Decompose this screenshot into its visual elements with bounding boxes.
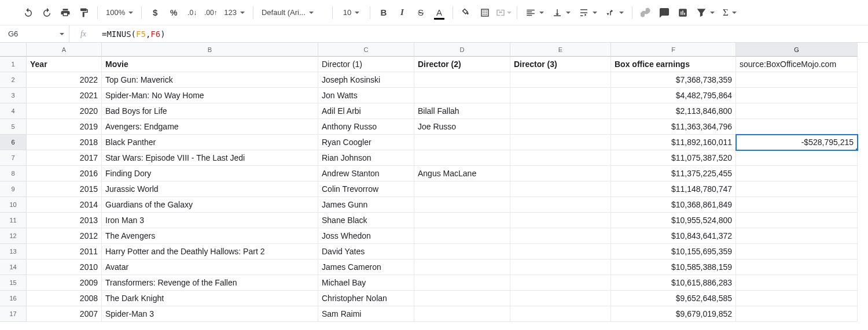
cell-B15[interactable]: Transformers: Revenge of the Fallen xyxy=(102,275,318,291)
cell-E9[interactable] xyxy=(510,181,611,197)
cell-B10[interactable]: Guardians of the Galaxy xyxy=(102,197,318,213)
cell-F4[interactable]: $2,113,846,800 xyxy=(611,103,736,119)
cell-C2[interactable]: Joseph Kosinski xyxy=(318,72,414,88)
cell-C6[interactable]: Ryan Coogler xyxy=(318,135,414,150)
cell-D16[interactable] xyxy=(414,291,510,306)
cell-A7[interactable]: 2017 xyxy=(27,150,102,166)
cell-E1[interactable]: Director (3) xyxy=(510,57,611,72)
cell-B12[interactable]: The Avengers xyxy=(102,228,318,244)
cell-C11[interactable]: Shane Black xyxy=(318,213,414,228)
cell-F6[interactable]: $11,892,160,011 xyxy=(611,135,736,150)
cell-B9[interactable]: Jurassic World xyxy=(102,181,318,197)
cell-F5[interactable]: $11,363,364,796 xyxy=(611,119,736,135)
row-header-16[interactable]: 16 xyxy=(0,291,27,306)
cell-A12[interactable]: 2012 xyxy=(27,228,102,244)
name-box[interactable]: G6 xyxy=(0,25,69,42)
fill-color-button[interactable] xyxy=(458,4,475,21)
cell-B16[interactable]: The Dark Knight xyxy=(102,291,318,306)
cell-F12[interactable]: $10,843,641,372 xyxy=(611,228,736,244)
formula-input[interactable]: =MINUS(F5, F6) xyxy=(97,25,868,42)
cell-G4[interactable] xyxy=(736,103,858,119)
cell-G14[interactable] xyxy=(736,259,858,275)
cell-G6[interactable]: -$528,795,215 xyxy=(736,135,858,150)
cell-G5[interactable] xyxy=(736,119,858,135)
cell-E15[interactable] xyxy=(510,275,611,291)
text-rotation-button[interactable] xyxy=(602,4,627,21)
cell-D3[interactable] xyxy=(414,88,510,103)
cell-B6[interactable]: Black Panther xyxy=(102,135,318,150)
row-header-12[interactable]: 12 xyxy=(0,228,27,244)
strikethrough-button[interactable]: S xyxy=(412,4,429,21)
cell-A11[interactable]: 2013 xyxy=(27,213,102,228)
cell-E12[interactable] xyxy=(510,228,611,244)
cell-F7[interactable]: $11,075,387,520 xyxy=(611,150,736,166)
redo-button[interactable] xyxy=(38,4,56,21)
row-header-8[interactable]: 8 xyxy=(0,166,27,181)
cell-D9[interactable] xyxy=(414,181,510,197)
cell-G13[interactable] xyxy=(736,244,858,259)
cell-C8[interactable]: Andrew Stanton xyxy=(318,166,414,181)
cell-D17[interactable] xyxy=(414,306,510,322)
cell-C14[interactable]: James Cameron xyxy=(318,259,414,275)
cell-D8[interactable]: Angus MacLane xyxy=(414,166,510,181)
cell-A16[interactable]: 2008 xyxy=(27,291,102,306)
cell-C1[interactable]: Director (1) xyxy=(318,57,414,72)
col-header-G[interactable]: G xyxy=(736,43,858,57)
col-header-F[interactable]: F xyxy=(611,43,736,57)
row-header-14[interactable]: 14 xyxy=(0,259,27,275)
cell-C17[interactable]: Sam Raimi xyxy=(318,306,414,322)
col-header-B[interactable]: B xyxy=(102,43,318,57)
cell-E3[interactable] xyxy=(510,88,611,103)
cell-A14[interactable]: 2010 xyxy=(27,259,102,275)
currency-button[interactable]: $ xyxy=(146,4,164,21)
zoom-dropdown[interactable]: 100% xyxy=(102,4,137,21)
cell-B1[interactable]: Movie xyxy=(102,57,318,72)
filter-button[interactable] xyxy=(693,4,718,21)
cell-D6[interactable] xyxy=(414,135,510,150)
cell-C12[interactable]: Joss Whedon xyxy=(318,228,414,244)
row-header-15[interactable]: 15 xyxy=(0,275,27,291)
cell-D4[interactable]: Bilall Fallah xyxy=(414,103,510,119)
bold-button[interactable]: B xyxy=(375,4,392,21)
cell-D2[interactable] xyxy=(414,72,510,88)
cell-C4[interactable]: Adil El Arbi xyxy=(318,103,414,119)
cell-A13[interactable]: 2011 xyxy=(27,244,102,259)
row-header-1[interactable]: 1 xyxy=(0,57,27,72)
italic-button[interactable]: I xyxy=(393,4,411,21)
cell-E7[interactable] xyxy=(510,150,611,166)
cell-C16[interactable]: Christopher Nolan xyxy=(318,291,414,306)
cell-E6[interactable] xyxy=(510,135,611,150)
cell-A8[interactable]: 2016 xyxy=(27,166,102,181)
increase-decimal-button[interactable]: .00↑ xyxy=(202,4,219,21)
cell-B8[interactable]: Finding Dory xyxy=(102,166,318,181)
cell-A5[interactable]: 2019 xyxy=(27,119,102,135)
cell-G8[interactable] xyxy=(736,166,858,181)
cell-B7[interactable]: Star Wars: Episode VIII - The Last Jedi xyxy=(102,150,318,166)
cell-A1[interactable]: Year xyxy=(27,57,102,72)
cell-G7[interactable] xyxy=(736,150,858,166)
cell-B2[interactable]: Top Gun: Maverick xyxy=(102,72,318,88)
cell-E13[interactable] xyxy=(510,244,611,259)
cell-D12[interactable] xyxy=(414,228,510,244)
text-color-button[interactable]: A xyxy=(431,4,448,21)
cell-A3[interactable]: 2021 xyxy=(27,88,102,103)
cell-D15[interactable] xyxy=(414,275,510,291)
row-header-3[interactable]: 3 xyxy=(0,88,27,103)
cell-G17[interactable] xyxy=(736,306,858,322)
cell-F1[interactable]: Box office earnings xyxy=(611,57,736,72)
cell-C10[interactable]: James Gunn xyxy=(318,197,414,213)
cell-B4[interactable]: Bad Boys for Life xyxy=(102,103,318,119)
cell-D5[interactable]: Joe Russo xyxy=(414,119,510,135)
cell-A10[interactable]: 2014 xyxy=(27,197,102,213)
merge-cells-button[interactable] xyxy=(495,4,512,21)
font-family-dropdown[interactable]: Default (Ari... xyxy=(258,4,328,21)
cell-E10[interactable] xyxy=(510,197,611,213)
undo-button[interactable] xyxy=(20,4,37,21)
cell-F15[interactable]: $10,615,886,283 xyxy=(611,275,736,291)
col-header-C[interactable]: C xyxy=(318,43,414,57)
cell-E17[interactable] xyxy=(510,306,611,322)
cell-C9[interactable]: Colin Trevorrow xyxy=(318,181,414,197)
cell-B14[interactable]: Avatar xyxy=(102,259,318,275)
cell-C13[interactable]: David Yates xyxy=(318,244,414,259)
col-header-D[interactable]: D xyxy=(414,43,510,57)
